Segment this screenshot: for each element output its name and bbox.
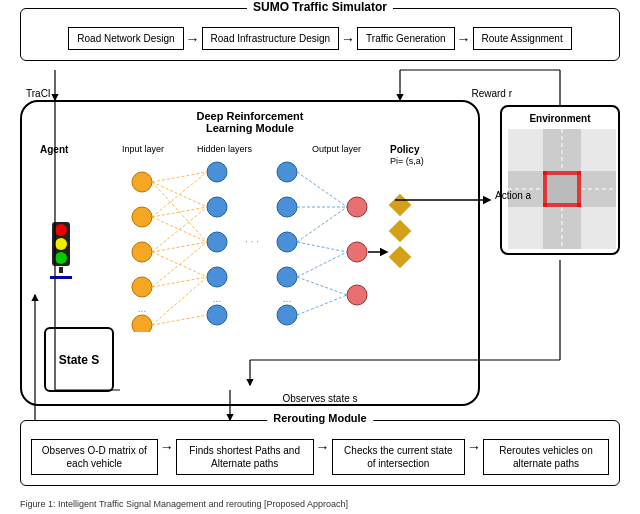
sumo-title: SUMO Traffic Simulator — [247, 0, 393, 14]
svg-line-29 — [152, 242, 207, 252]
arrow-2: → — [339, 31, 357, 47]
svg-point-0 — [132, 172, 152, 192]
state-s-box: State S — [44, 327, 114, 392]
policy-label: Policy — [390, 144, 419, 155]
svg-line-35 — [297, 172, 347, 207]
reward-label: Reward r — [471, 88, 512, 99]
svg-point-14 — [277, 232, 297, 252]
arrow-3: → — [455, 31, 473, 47]
intersection-svg — [508, 129, 616, 249]
svg-point-19 — [347, 197, 367, 217]
svg-line-41 — [297, 295, 347, 315]
svg-rect-50 — [577, 171, 581, 207]
svg-line-28 — [152, 207, 207, 252]
flow-box-traffic-gen: Traffic Generation — [357, 27, 454, 50]
svg-point-5 — [132, 315, 152, 332]
svg-point-20 — [347, 242, 367, 262]
rerouting-step-1: Observes O-D matrix of each vehicle — [31, 439, 158, 475]
svg-rect-47 — [543, 171, 581, 175]
diamond-3 — [389, 246, 412, 269]
svg-point-6 — [207, 162, 227, 182]
svg-line-37 — [297, 242, 347, 252]
svg-point-12 — [277, 162, 297, 182]
svg-line-32 — [152, 277, 207, 287]
observes-label: Observes state s — [282, 393, 357, 404]
svg-point-11 — [207, 305, 227, 325]
svg-point-7 — [207, 197, 227, 217]
arrow-1: → — [184, 31, 202, 47]
rerouting-box: Rerouting Module Observes O-D matrix of … — [20, 420, 620, 486]
drl-title: Deep ReinforcementLearning Module — [197, 110, 304, 134]
svg-point-21 — [347, 285, 367, 305]
flow-box-route-assign: Route Assignment — [473, 27, 572, 50]
svg-rect-46 — [543, 171, 581, 207]
svg-line-38 — [297, 207, 347, 242]
flow-box-road-network: Road Network Design — [68, 27, 183, 50]
svg-point-13 — [277, 197, 297, 217]
svg-line-26 — [152, 207, 207, 217]
sumo-box: SUMO Traffic Simulator Road Network Desi… — [20, 8, 620, 61]
svg-line-31 — [152, 242, 207, 287]
rerouting-arrow-1: → — [158, 439, 176, 475]
svg-line-40 — [297, 277, 347, 295]
traci-label: TraCI — [26, 88, 51, 99]
svg-line-33 — [152, 277, 207, 325]
svg-rect-48 — [543, 203, 581, 207]
rerouting-step-4: Reroutes vehicles on alternate paths — [483, 439, 609, 475]
traffic-light — [50, 222, 72, 279]
output-layer-label: Output layer — [312, 144, 361, 154]
diamond-2 — [389, 220, 412, 243]
svg-point-1 — [132, 207, 152, 227]
svg-line-34 — [152, 315, 207, 325]
svg-line-25 — [152, 172, 207, 217]
flow-box-road-infra: Road Infrastructure Design — [202, 27, 340, 50]
svg-point-15 — [277, 267, 297, 287]
svg-line-39 — [297, 252, 347, 277]
input-layer-label: Input layer — [122, 144, 164, 154]
environment-title: Environment — [529, 113, 590, 124]
rerouting-flow: Observes O-D matrix of each vehicle → Fi… — [31, 439, 609, 475]
drl-box: Deep ReinforcementLearning Module Agent … — [20, 100, 480, 406]
svg-text:· · ·: · · · — [245, 236, 259, 247]
rerouting-step-3: Checks the current state of intersection — [332, 439, 465, 475]
svg-point-3 — [132, 277, 152, 297]
agent-label: Agent — [40, 144, 68, 155]
svg-point-2 — [132, 242, 152, 262]
svg-point-9 — [207, 267, 227, 287]
diamond-1 — [389, 194, 412, 217]
svg-rect-49 — [543, 171, 547, 207]
environment-box: Environment — [500, 105, 620, 255]
policy-eq: Pi= (s,a) — [390, 156, 424, 166]
figure-caption: Figure 1: Intelligent Traffic Signal Man… — [20, 499, 620, 509]
svg-point-8 — [207, 232, 227, 252]
sumo-flow: Road Network Design → Road Infrastructur… — [31, 27, 609, 50]
rerouting-step-2: Finds shortest Paths and Alternate paths — [176, 439, 314, 475]
hidden-layers-label: Hidden layers — [197, 144, 252, 154]
action-label: Action a — [495, 190, 531, 201]
svg-text:...: ... — [283, 293, 291, 304]
svg-text:...: ... — [138, 303, 146, 314]
rerouting-arrow-2: → — [314, 439, 332, 475]
svg-text:...: ... — [213, 293, 221, 304]
diamonds-container — [392, 197, 408, 265]
svg-point-17 — [277, 305, 297, 325]
rerouting-title: Rerouting Module — [267, 412, 373, 424]
svg-line-22 — [152, 172, 207, 182]
neural-network-svg: ... ... ... · · · — [112, 157, 402, 332]
rerouting-arrow-3: → — [465, 439, 483, 475]
